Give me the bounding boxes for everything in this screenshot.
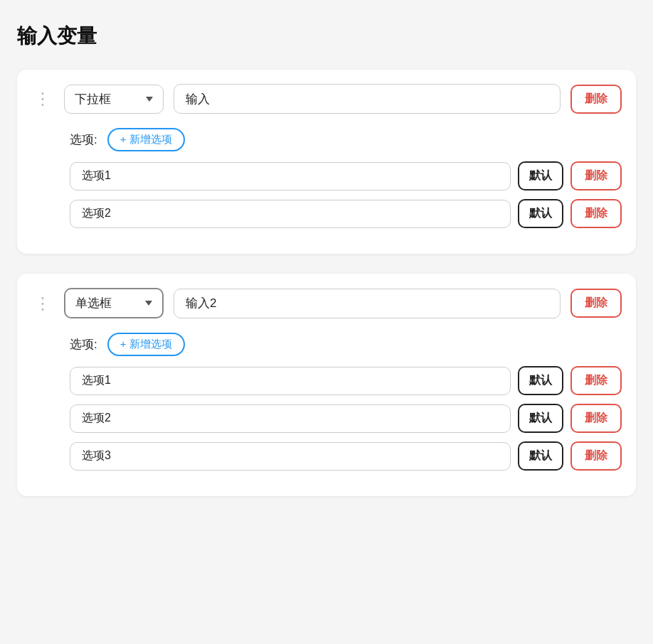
type-select-1[interactable]: 下拉框 (64, 85, 164, 114)
name-input-1[interactable] (174, 84, 561, 114)
option-row: 默认删除 (70, 366, 622, 395)
add-option-button-1[interactable]: + 新增选项 (107, 128, 185, 151)
option-delete-button-1-1[interactable]: 删除 (570, 161, 622, 190)
option-input-2-1[interactable] (70, 367, 511, 395)
options-label: 选项: (70, 336, 97, 353)
option-delete-button-2-3[interactable]: 删除 (570, 441, 622, 471)
name-input-2[interactable] (174, 289, 561, 318)
type-select-2[interactable]: 单选框 (64, 288, 164, 318)
variable-card-1: ⋮下拉框删除选项:+ 新增选项默认删除默认删除 (17, 70, 636, 254)
options-label: 选项: (70, 132, 97, 148)
default-button-1-1[interactable]: 默认 (518, 161, 563, 190)
option-input-1-2[interactable] (70, 200, 511, 228)
option-delete-button-2-1[interactable]: 删除 (570, 366, 622, 395)
option-row: 默认删除 (70, 161, 622, 190)
option-input-1-1[interactable] (70, 162, 511, 190)
type-select-label: 单选框 (75, 295, 138, 311)
type-select-label: 下拉框 (75, 91, 139, 107)
option-row: 默认删除 (70, 199, 622, 228)
option-row: 默认删除 (70, 441, 622, 471)
delete-card-button-1[interactable]: 删除 (570, 85, 622, 114)
option-input-2-2[interactable] (70, 404, 511, 433)
delete-card-button-2[interactable]: 删除 (570, 289, 622, 318)
drag-handle[interactable]: ⋮ (31, 87, 54, 110)
default-button-2-2[interactable]: 默认 (518, 404, 563, 433)
chevron-down-icon (146, 97, 153, 102)
option-delete-button-1-2[interactable]: 删除 (570, 199, 622, 228)
add-option-button-2[interactable]: + 新增选项 (107, 333, 185, 356)
chevron-down-icon (145, 301, 152, 306)
option-delete-button-2-2[interactable]: 删除 (570, 404, 622, 433)
page-title: 输入变量 (17, 23, 636, 50)
default-button-1-2[interactable]: 默认 (518, 199, 563, 228)
option-row: 默认删除 (70, 404, 622, 433)
drag-handle[interactable]: ⋮ (31, 292, 54, 315)
option-input-2-3[interactable] (70, 442, 511, 471)
default-button-2-1[interactable]: 默认 (518, 366, 563, 395)
variable-card-2: ⋮单选框删除选项:+ 新增选项默认删除默认删除默认删除 (17, 274, 636, 496)
default-button-2-3[interactable]: 默认 (518, 441, 563, 471)
